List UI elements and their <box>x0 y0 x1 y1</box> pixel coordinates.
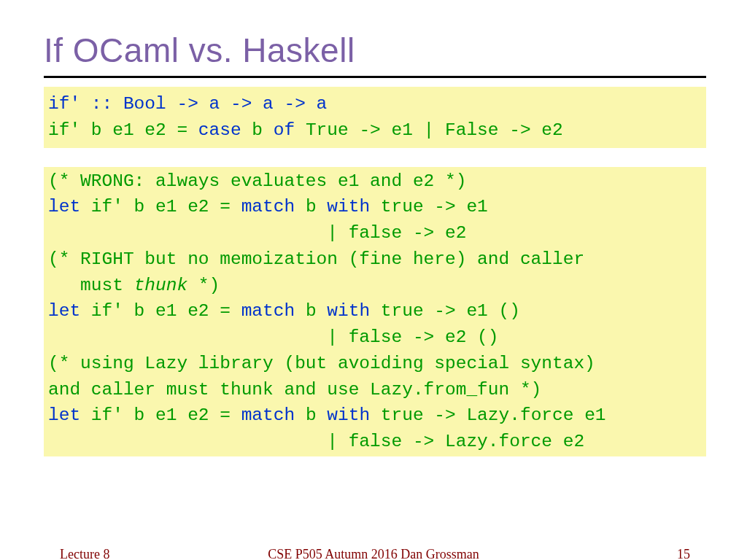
code-fragment: if' b e1 e2 = <box>91 301 241 321</box>
code-fragment: case <box>198 120 252 140</box>
code-fragment: true -> Lazy.force e1 <box>381 405 606 425</box>
footer-right: 15 <box>677 547 690 560</box>
code-keyword: with <box>327 197 381 217</box>
code-fragment: b <box>306 405 327 425</box>
slide-title: If OCaml vs. Haskell <box>44 31 706 70</box>
title-rule <box>44 76 706 78</box>
code-emphasis: thunk <box>134 276 188 295</box>
code-keyword: match <box>241 197 306 217</box>
code-keyword: let <box>48 197 91 217</box>
code-fragment: b <box>252 120 273 140</box>
code-comment: (* WRONG: always evaluates e1 and e2 *) <box>48 171 466 191</box>
code-keyword: let <box>48 301 91 321</box>
code-comment: must <box>48 276 134 295</box>
code-keyword: match <box>241 301 306 321</box>
code-fragment: | false -> e2 () <box>48 327 499 347</box>
code-block-ocaml: (* WRONG: always evaluates e1 and e2 *) … <box>44 167 706 456</box>
code-fragment: True -> e1 | False -> e2 <box>306 120 563 140</box>
slide: If OCaml vs. Haskell if' :: Bool -> a ->… <box>0 0 747 560</box>
footer-center: CSE P505 Autumn 2016 Dan Grossman <box>0 547 747 560</box>
code-fragment: | false -> Lazy.force e2 <box>48 432 584 451</box>
code-fragment: if' b e1 e2 = <box>91 405 241 425</box>
code-comment: (* using Lazy library (but avoiding spec… <box>48 354 595 373</box>
code-fragment: if' b e1 e2 = <box>48 120 198 140</box>
code-line: if' :: Bool -> a -> a -> a <box>48 94 327 114</box>
code-keyword: with <box>327 405 381 425</box>
code-fragment: true -> e1 <box>381 197 488 217</box>
code-fragment: true -> e1 () <box>381 301 520 321</box>
code-comment: *) <box>187 276 220 295</box>
code-block-haskell: if' :: Bool -> a -> a -> a if' b e1 e2 =… <box>44 87 706 148</box>
code-fragment: b <box>306 301 327 321</box>
code-comment: (* RIGHT but no memoization (fine here) … <box>48 249 584 269</box>
code-fragment: of <box>274 120 306 140</box>
code-fragment: if' b e1 e2 = <box>91 197 241 217</box>
code-fragment: b <box>306 197 327 217</box>
code-fragment: | false -> e2 <box>48 223 466 243</box>
code-keyword: match <box>241 405 306 425</box>
code-comment: and caller must thunk and use Lazy.from_… <box>48 380 541 400</box>
code-keyword: with <box>327 301 381 321</box>
code-keyword: let <box>48 405 91 425</box>
